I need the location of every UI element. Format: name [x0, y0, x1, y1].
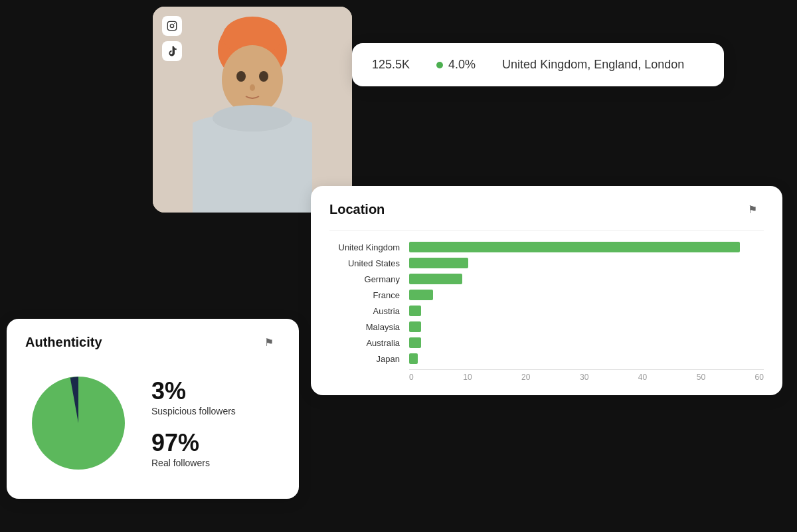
bar-label: Japan: [329, 354, 409, 364]
svg-rect-9: [167, 21, 176, 30]
location-card: Location ⚑ United KingdomUnited StatesGe…: [311, 186, 782, 395]
bar-label: United Kingdom: [329, 242, 409, 252]
authenticity-header: Authenticity ⚑: [25, 335, 280, 350]
axis-label: 40: [638, 373, 647, 382]
axis-label: 30: [580, 373, 588, 382]
bar-row: United Kingdom: [329, 242, 764, 252]
bar-track: [409, 290, 764, 300]
tiktok-icon[interactable]: [162, 41, 182, 61]
engagement-rate: 4.0%: [436, 58, 476, 72]
bar-row: Australia: [329, 337, 764, 348]
suspicious-stat: 3% Suspicious followers: [151, 377, 236, 417]
bar-label: Australia: [329, 338, 409, 348]
axis-label: 20: [521, 373, 530, 382]
svg-point-4: [236, 71, 246, 82]
bar-row: Germany: [329, 274, 764, 284]
pie-chart-svg: [25, 370, 132, 476]
suspicious-percent: 3%: [151, 377, 236, 405]
bar-chart: United KingdomUnited StatesGermanyFrance…: [329, 242, 764, 364]
axis-label: 0: [409, 373, 414, 382]
flag-icon[interactable]: ⚑: [264, 336, 280, 349]
bar-label: Austria: [329, 306, 409, 316]
bar-track: [409, 242, 764, 252]
bar-track: [409, 321, 764, 332]
auth-stats: 3% Suspicious followers 97% Real followe…: [151, 377, 236, 469]
location-flag-icon[interactable]: ⚑: [748, 203, 764, 217]
bar-track: [409, 258, 764, 268]
bar-fill: [409, 321, 421, 332]
bar-fill: [409, 337, 421, 348]
location-header: Location ⚑: [329, 202, 764, 217]
bar-label: United States: [329, 258, 409, 268]
svg-point-5: [259, 71, 268, 82]
profile-photo: [153, 7, 352, 213]
instagram-icon[interactable]: [162, 16, 182, 36]
bar-fill: [409, 258, 468, 268]
suspicious-label: Suspicious followers: [151, 405, 236, 417]
authenticity-title: Authenticity: [25, 335, 102, 350]
axis-label: 10: [463, 373, 472, 382]
followers-count: 125.5K: [372, 58, 410, 72]
real-percent: 97%: [151, 429, 236, 457]
axis-label: 60: [755, 373, 764, 382]
bar-fill: [409, 242, 740, 252]
authenticity-card: Authenticity ⚑ 3% Suspicious followers 9…: [7, 319, 299, 499]
info-card: 125.5K 4.0% United Kingdom, England, Lon…: [352, 43, 724, 86]
divider: [329, 230, 764, 231]
bar-label: Germany: [329, 274, 409, 284]
bar-fill: [409, 306, 421, 316]
axis-line: [409, 369, 764, 370]
svg-point-8: [213, 105, 292, 132]
bar-fill: [409, 353, 418, 364]
bar-row: France: [329, 290, 764, 300]
bar-track: [409, 353, 764, 364]
bar-row: United States: [329, 258, 764, 268]
svg-point-11: [174, 23, 175, 24]
bar-label: Malaysia: [329, 322, 409, 332]
profile-card: [153, 7, 352, 213]
bar-track: [409, 337, 764, 348]
bar-row: Malaysia: [329, 321, 764, 332]
authenticity-content: 3% Suspicious followers 97% Real followe…: [25, 363, 280, 483]
green-dot-icon: [436, 62, 443, 68]
svg-point-10: [170, 24, 173, 27]
bar-label: France: [329, 290, 409, 300]
location-title: Location: [329, 202, 385, 217]
pie-chart: [25, 370, 132, 476]
axis-label: 50: [697, 373, 705, 382]
bar-row: Japan: [329, 353, 764, 364]
svg-point-3: [222, 45, 283, 114]
real-stat: 97% Real followers: [151, 429, 236, 469]
social-icons: [162, 16, 182, 61]
bar-fill: [409, 290, 433, 300]
bar-track: [409, 274, 764, 284]
real-label: Real followers: [151, 457, 236, 469]
axis-labels: 0102030405060: [409, 373, 764, 382]
engagement-rate-value: 4.0%: [448, 58, 476, 72]
info-location: United Kingdom, England, London: [502, 58, 684, 72]
bar-row: Austria: [329, 306, 764, 316]
svg-point-6: [250, 84, 255, 91]
bar-track: [409, 306, 764, 316]
bar-chart-area: United KingdomUnited StatesGermanyFrance…: [329, 242, 764, 382]
bar-fill: [409, 274, 462, 284]
